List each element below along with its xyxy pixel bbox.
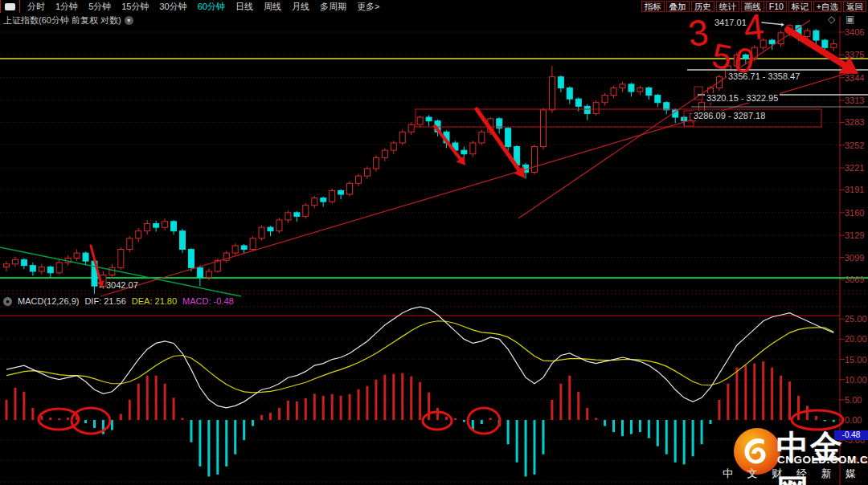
axis-tick-label: 3069 (845, 275, 864, 284)
period-tab-周线[interactable]: 周线 (264, 1, 281, 13)
period-tab-月线[interactable]: 月线 (292, 1, 309, 13)
axis-tick-label: 20.00 (845, 334, 867, 344)
toolbar: 分时1分钟5分钟15分钟30分钟60分钟日线周线月线多周期更多> 指标叠加历史统… (0, 0, 868, 13)
period-tab-5分钟[interactable]: 5分钟 (88, 1, 111, 13)
toolbar-button-+自选[interactable]: +自选 (813, 1, 841, 12)
chevron-down-icon[interactable]: ▼ (125, 16, 133, 25)
period-tab-15分钟[interactable]: 15分钟 (121, 1, 149, 13)
macd-settings-icon[interactable]: ● (3, 297, 12, 306)
price-annotation-label: 3320.15 - 3322.95 (705, 93, 780, 103)
macd-dea-value: DEA: 21.80 (132, 296, 177, 306)
app-window: 分时1分钟5分钟15分钟30分钟60分钟日线周线月线多周期更多> 指标叠加历史统… (0, 0, 868, 485)
axis-tick-label: 3160 (845, 208, 864, 218)
period-tab-30分钟[interactable]: 30分钟 (160, 1, 187, 13)
period-tab-1分钟[interactable]: 1分钟 (55, 1, 78, 13)
macd-header: ● MACD(12,26,9) DIF: 21.56 DEA: 21.80 MA… (3, 296, 234, 306)
macd-value: MACD: -0.48 (182, 296, 234, 306)
period-tabs: 分时1分钟5分钟15分钟30分钟60分钟日线周线月线多周期更多> (27, 1, 379, 13)
toolbar-button-指标[interactable]: 指标 (641, 1, 665, 12)
axis-tick-label: 3313 (845, 96, 864, 105)
toolbar-right-buttons: 指标叠加历史统计画线F10标记+自选返回 (641, 1, 866, 12)
price-annotation-label: ←3042.07 (97, 280, 138, 290)
handwritten-annotation: 50 (710, 38, 760, 79)
axis-tick-label: 3221 (845, 163, 864, 173)
axis-tick-label: 3283 (845, 117, 864, 127)
toolbar-button-历史[interactable]: 历史 (691, 1, 714, 12)
axis-tick-label: 15.00 (845, 355, 867, 365)
window-icon-wrap (0, 0, 20, 13)
window-icon[interactable] (5, 3, 15, 10)
price-annotation-label: 3286.09 - 3287.18 (692, 111, 767, 120)
toolbar-button-返回[interactable]: 返回 (843, 1, 866, 12)
chart-title-row: 上证指数(60分钟 前复权 对数) ▼ (3, 14, 133, 26)
axis-tick-label: 3129 (845, 230, 864, 240)
macd-dif-value: DIF: 21.56 (84, 296, 125, 306)
axis-tick-label: 3375 (845, 50, 864, 59)
snapshot-icon[interactable]: ▣ (845, 14, 854, 24)
macd-formula: MACD(12,26,9) (18, 296, 79, 306)
cngold-domain: CNGOLD.COM.CN (777, 454, 868, 466)
period-tab-60分钟[interactable]: 60分钟 (198, 1, 225, 13)
axis-tick-label: 3344 (845, 73, 864, 83)
axis-tick-label: 25.00 (845, 314, 867, 324)
period-tab-分时[interactable]: 分时 (27, 1, 45, 13)
period-tab-更多>[interactable]: 更多> (357, 1, 379, 13)
axis-tick-label: 3252 (845, 141, 864, 150)
diamond-icon[interactable]: ◇ (828, 14, 835, 24)
axis-tick-label: 5.00 (845, 395, 862, 405)
toolbar-button-F10[interactable]: F10 (766, 1, 787, 12)
axis-tick-label: 3406 (845, 27, 864, 37)
axis-tick-label: 3191 (845, 185, 864, 194)
toolbar-button-画线[interactable]: 画线 (741, 1, 764, 12)
axis-tick-label: 10.00 (845, 375, 867, 385)
cngold-tagline: 中 文 财 经 新 媒 体 (723, 467, 868, 481)
period-tab-日线[interactable]: 日线 (235, 1, 253, 13)
axis-tick-label: 0.00 (845, 415, 862, 425)
toolbar-button-叠加[interactable]: 叠加 (666, 1, 690, 12)
toolbar-button-标记[interactable]: 标记 (788, 1, 812, 12)
toolbar-button-统计[interactable]: 统计 (716, 1, 739, 12)
axis-tick-label: 3099 (845, 253, 864, 263)
period-tab-多周期[interactable]: 多周期 (320, 1, 346, 13)
chart-title: 上证指数(60分钟 前复权 对数) (3, 14, 121, 26)
